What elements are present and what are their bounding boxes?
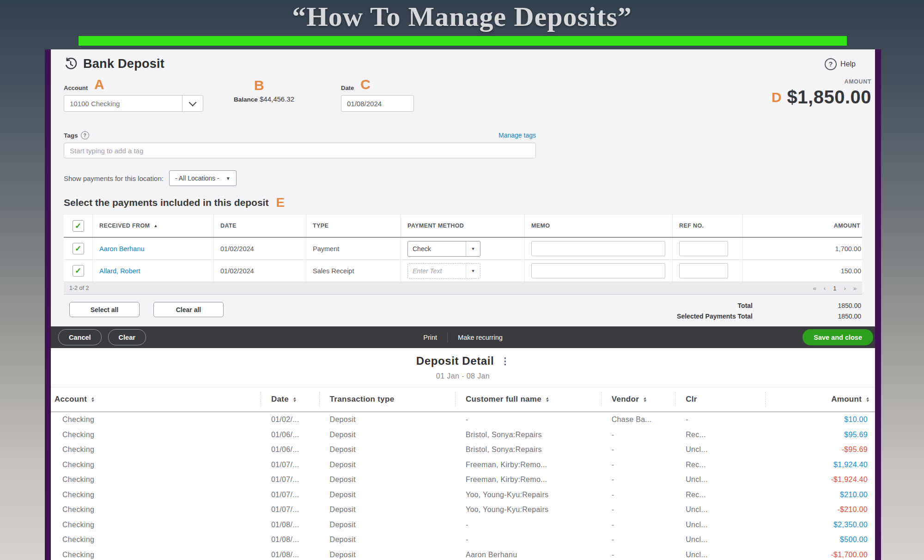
footer-divider bbox=[447, 332, 448, 343]
recent-transactions-clock-icon[interactable] bbox=[64, 57, 78, 71]
select-all-button[interactable]: Select all bbox=[69, 302, 140, 317]
help-label: Help bbox=[840, 60, 856, 68]
payment-method-select[interactable]: Enter Text▼ bbox=[407, 263, 480, 279]
payment-amount-cell: 1,700.00 bbox=[742, 238, 862, 259]
totals-block: Total 1850.00 Selected Payments Total 18… bbox=[677, 302, 861, 320]
report-clr-cell: Rec... bbox=[675, 431, 765, 439]
account-chevron-button[interactable] bbox=[182, 96, 203, 111]
report-date-cell: 01/08/... bbox=[261, 536, 320, 544]
memo-cell bbox=[524, 238, 672, 259]
payment-date-cell: 01/02/2024 bbox=[213, 238, 306, 259]
report-vendor-cell: - bbox=[602, 536, 676, 544]
checkbox-cell: ✓ bbox=[64, 260, 92, 282]
report-type-cell: Deposit bbox=[320, 491, 456, 499]
payments-row: ✓Aaron Berhanu01/02/2024PaymentCheck▼1,7… bbox=[64, 238, 862, 260]
report-customer-cell: - bbox=[456, 521, 602, 529]
report-clr-cell: Rec... bbox=[675, 491, 765, 499]
report-row: Checking01/06/...DepositBristol, Sonya:R… bbox=[51, 428, 875, 443]
location-select[interactable]: - All Locations - ▼ bbox=[169, 170, 237, 186]
memo-input[interactable] bbox=[531, 263, 665, 278]
report-col-header-3[interactable]: Customer full name▴▾ bbox=[456, 392, 602, 407]
report-col-header-1[interactable]: Date▴▾ bbox=[261, 392, 320, 407]
print-button[interactable]: Print bbox=[423, 334, 437, 341]
account-label: Account bbox=[64, 84, 88, 91]
report-table-header: Account▴▾Date▴▾Transaction typeCustomer … bbox=[51, 387, 875, 412]
report-type-cell: Deposit bbox=[320, 446, 456, 454]
manage-tags-link[interactable]: Manage tags bbox=[498, 132, 536, 139]
received-from-link[interactable]: Aaron Berhanu bbox=[99, 245, 145, 253]
account-value: 10100 Checking bbox=[64, 96, 182, 111]
report-col-label: Transaction type bbox=[330, 395, 395, 404]
report-date-cell: 01/07/... bbox=[261, 491, 320, 499]
pagination-next-icon[interactable]: › bbox=[844, 285, 845, 292]
report-type-cell: Deposit bbox=[320, 461, 456, 469]
pagination-last-icon[interactable]: » bbox=[853, 285, 857, 292]
make-recurring-button[interactable]: Make recurring bbox=[458, 334, 503, 341]
pagination-first-icon[interactable]: « bbox=[813, 285, 816, 292]
report-date-cell: 01/08/... bbox=[261, 521, 320, 529]
payments-table: ✓RECEIVED FROM▲DATETYPEPAYMENT METHODMEM… bbox=[64, 215, 862, 295]
help-button[interactable]: ? Help bbox=[825, 58, 856, 70]
sort-asc-icon: ▲ bbox=[153, 223, 158, 228]
report-clr-cell: Uncl... bbox=[675, 476, 765, 484]
report-row: Checking01/07/...DepositYoo, Young-Kyu:R… bbox=[51, 502, 875, 518]
location-value: - All Locations - bbox=[175, 175, 219, 182]
sort-icon: ▴▾ bbox=[546, 397, 548, 402]
clear-all-button[interactable]: Clear all bbox=[153, 302, 224, 317]
sort-icon: ▴▾ bbox=[644, 397, 646, 402]
payment-method-cell: Check▼ bbox=[401, 238, 524, 259]
payments-col-header-4: MEMO bbox=[524, 215, 672, 237]
account-select[interactable]: 10100 Checking bbox=[64, 95, 203, 112]
kebab-menu-icon[interactable]: ⋮ bbox=[500, 355, 510, 367]
cancel-button[interactable]: Cancel bbox=[58, 329, 102, 345]
received-from-link[interactable]: Allard, Robert bbox=[99, 267, 140, 275]
sort-icon: ▴▾ bbox=[91, 397, 94, 402]
report-type-cell: Deposit bbox=[320, 521, 456, 529]
page-title: Bank Deposit bbox=[83, 57, 164, 71]
row-checkbox[interactable]: ✓ bbox=[73, 243, 84, 254]
tags-input[interactable] bbox=[64, 143, 536, 158]
tags-help-icon[interactable]: ? bbox=[81, 131, 89, 139]
payments-section-title: Select the payments included in this dep… bbox=[64, 197, 268, 208]
payment-method-select[interactable]: Check▼ bbox=[407, 241, 480, 257]
payments-col-header-0[interactable]: RECEIVED FROM▲ bbox=[92, 215, 213, 237]
pagination-page-number[interactable]: 1 bbox=[833, 285, 836, 292]
date-input[interactable]: 01/08/2024 bbox=[341, 95, 414, 112]
row-checkbox[interactable]: ✓ bbox=[73, 265, 84, 277]
pagination-bar: 1-2 of 2 « ‹ 1 › » bbox=[64, 282, 862, 294]
received-from-cell: Allard, Robert bbox=[92, 260, 213, 282]
report-clr-cell: Uncl... bbox=[675, 521, 765, 529]
report-col-header-0[interactable]: Account▴▾ bbox=[51, 392, 261, 407]
report-customer-cell: Freeman, Kirby:Remo... bbox=[456, 461, 602, 469]
select-all-checkbox[interactable]: ✓ bbox=[73, 220, 84, 232]
report-col-label: Customer full name bbox=[466, 395, 541, 404]
report-clr-cell: Uncl... bbox=[675, 551, 765, 559]
report-vendor-cell: - bbox=[602, 446, 676, 454]
report-clr-cell: Uncl... bbox=[675, 536, 765, 544]
received-from-cell: Aaron Berhanu bbox=[92, 238, 213, 259]
report-amount-cell: $500.00 bbox=[766, 536, 875, 544]
ref-no-input[interactable] bbox=[679, 263, 728, 278]
payments-col-label: RECEIVED FROM bbox=[99, 223, 150, 229]
payments-col-header-3: PAYMENT METHOD bbox=[401, 215, 524, 237]
report-customer-cell: Freeman, Kirby:Remo... bbox=[456, 476, 602, 484]
clear-button[interactable]: Clear bbox=[108, 329, 146, 345]
report-amount-cell: $10.00 bbox=[766, 415, 875, 424]
caret-down-icon: ▼ bbox=[226, 176, 231, 181]
report-amount-cell: -$1,924.40 bbox=[766, 476, 875, 484]
payment-amount-cell: 150.00 bbox=[742, 260, 862, 282]
caret-down-icon: ▼ bbox=[466, 269, 480, 273]
memo-input[interactable] bbox=[531, 241, 665, 256]
save-and-close-button[interactable]: Save and close bbox=[802, 329, 873, 345]
pagination-range: 1-2 of 2 bbox=[69, 285, 89, 291]
report-date-cell: 01/07/... bbox=[261, 461, 320, 469]
footer-action-bar: Cancel Clear Print Make recurring Save a… bbox=[51, 326, 875, 348]
title-underline-bar bbox=[79, 36, 847, 46]
sort-down-glyph: ▾ bbox=[866, 399, 869, 402]
pagination-prev-icon[interactable]: ‹ bbox=[824, 285, 826, 292]
report-col-label: Date bbox=[271, 395, 289, 404]
report-col-header-4[interactable]: Vendor▴▾ bbox=[602, 392, 676, 407]
report-type-cell: Deposit bbox=[320, 506, 456, 514]
ref-no-input[interactable] bbox=[679, 241, 728, 256]
report-col-header-6[interactable]: Amount▴▾ bbox=[766, 392, 875, 407]
